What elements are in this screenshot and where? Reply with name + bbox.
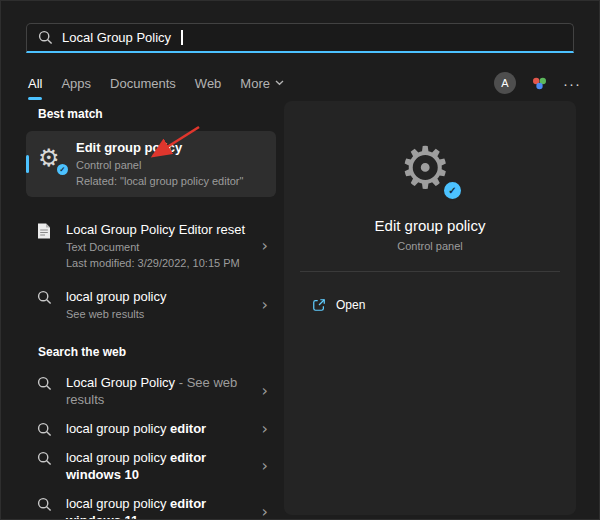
search-input[interactable]: Local Group Policy bbox=[26, 23, 574, 53]
divider bbox=[300, 271, 560, 272]
web-suggestion-text: local group policy editor bbox=[66, 420, 256, 437]
file-result-type: Text Document bbox=[66, 240, 256, 254]
web-suggestion-texts: Local Group Policy - See web results bbox=[66, 374, 256, 408]
best-match-title: Edit group policy bbox=[76, 140, 264, 156]
check-badge-icon: ✓ bbox=[57, 164, 68, 175]
search-query-text: Local Group Policy bbox=[62, 30, 171, 45]
chevron-right-icon: › bbox=[262, 421, 268, 437]
suggestion-query: Local Group Policy bbox=[66, 375, 175, 390]
suggestion-query: local group policy bbox=[66, 421, 170, 436]
web-suggestion-text: Local Group Policy - See web results bbox=[66, 374, 256, 408]
chevron-down-icon bbox=[275, 80, 284, 86]
chevron-right-icon: › bbox=[262, 458, 268, 474]
search-web-heading: Search the web bbox=[38, 345, 276, 359]
tab-apps[interactable]: Apps bbox=[61, 74, 91, 93]
search-icon bbox=[38, 30, 53, 45]
tab-all-label: All bbox=[28, 76, 42, 91]
chevron-right-icon: › bbox=[262, 504, 268, 520]
avatar[interactable]: A bbox=[494, 72, 516, 94]
tab-documents-label: Documents bbox=[110, 76, 176, 91]
tab-all[interactable]: All bbox=[28, 74, 42, 93]
suggestion-completion: editor bbox=[170, 421, 206, 436]
web-suggestion-texts: local group policy editor windows 11 bbox=[66, 495, 256, 520]
web-suggestion-row[interactable]: local group policy editor windows 11 › bbox=[26, 490, 276, 520]
web-suggestion-texts: local group policy editor bbox=[66, 420, 256, 437]
topbar-right: A ··· bbox=[494, 72, 581, 94]
best-match-related: Related: "local group policy editor" bbox=[76, 174, 264, 188]
search-filter-tabs: All Apps Documents Web More A ··· bbox=[28, 71, 581, 95]
open-icon bbox=[312, 298, 326, 312]
web-suggestion-text: local group policy editor windows 11 bbox=[66, 495, 256, 520]
suggestion-query: local group policy bbox=[66, 496, 170, 511]
check-badge-icon: ✓ bbox=[442, 180, 463, 201]
quick-web-texts: local group policy See web results bbox=[66, 288, 256, 321]
check-glyph: ✓ bbox=[448, 186, 456, 196]
quick-web-result-row[interactable]: local group policy See web results › bbox=[26, 282, 276, 327]
preview-panel: ⚙ ✓ Edit group policy Control panel Open bbox=[284, 101, 576, 515]
tab-more[interactable]: More bbox=[240, 74, 284, 93]
tab-web[interactable]: Web bbox=[195, 74, 222, 93]
tab-web-label: Web bbox=[195, 76, 222, 91]
rewards-icon[interactable] bbox=[531, 75, 548, 91]
file-result-title: Local Group Policy Editor reset bbox=[66, 221, 256, 238]
web-suggestion-row[interactable]: local group policy editor windows 10 › bbox=[26, 444, 276, 488]
web-suggestion-row[interactable]: Local Group Policy - See web results › bbox=[26, 369, 276, 413]
open-button-label: Open bbox=[336, 298, 365, 312]
web-suggestion-row[interactable]: local group policy editor › bbox=[26, 415, 276, 442]
gear-icon: ⚙ ✓ bbox=[38, 146, 64, 172]
tab-apps-label: Apps bbox=[61, 76, 91, 91]
start-search-window: Local Group Policy All Apps Documents We… bbox=[0, 0, 600, 520]
suggestion-query: local group policy bbox=[66, 450, 170, 465]
search-icon bbox=[34, 497, 54, 512]
chevron-right-icon: › bbox=[262, 238, 268, 254]
more-options-icon[interactable]: ··· bbox=[563, 76, 581, 91]
search-icon bbox=[34, 376, 54, 391]
file-result-row[interactable]: Local Group Policy Editor reset Text Doc… bbox=[26, 215, 276, 276]
preview-title: Edit group policy bbox=[284, 217, 576, 234]
tab-more-label: More bbox=[240, 76, 270, 91]
best-match-texts: Edit group policy Control panel Related:… bbox=[76, 140, 264, 188]
gear-icon-large: ⚙ ✓ bbox=[399, 139, 461, 201]
open-button[interactable]: Open bbox=[300, 291, 377, 319]
search-icon bbox=[34, 451, 54, 466]
text-caret bbox=[181, 30, 183, 45]
quick-web-subtitle: See web results bbox=[66, 307, 256, 321]
best-match-heading: Best match bbox=[38, 107, 276, 121]
web-suggestion-texts: local group policy editor windows 10 bbox=[66, 449, 256, 483]
chevron-right-icon: › bbox=[262, 383, 268, 399]
results-column: Best match ⚙ ✓ Edit group policy Control… bbox=[26, 107, 276, 520]
search-icon bbox=[34, 422, 54, 437]
search-icon bbox=[34, 290, 54, 305]
best-match-subtitle: Control panel bbox=[76, 158, 264, 172]
file-result-texts: Local Group Policy Editor reset Text Doc… bbox=[66, 221, 256, 270]
file-result-modified: Last modified: 3/29/2022, 10:15 PM bbox=[66, 256, 256, 270]
best-match-result[interactable]: ⚙ ✓ Edit group policy Control panel Rela… bbox=[26, 131, 276, 197]
document-icon bbox=[34, 223, 54, 239]
preview-subtitle: Control panel bbox=[284, 240, 576, 252]
avatar-letter: A bbox=[501, 77, 508, 89]
tab-documents[interactable]: Documents bbox=[110, 74, 176, 93]
chevron-right-icon: › bbox=[262, 297, 268, 313]
web-suggestion-text: local group policy editor windows 10 bbox=[66, 449, 256, 483]
quick-web-title: local group policy bbox=[66, 288, 256, 305]
check-glyph: ✓ bbox=[60, 166, 66, 173]
